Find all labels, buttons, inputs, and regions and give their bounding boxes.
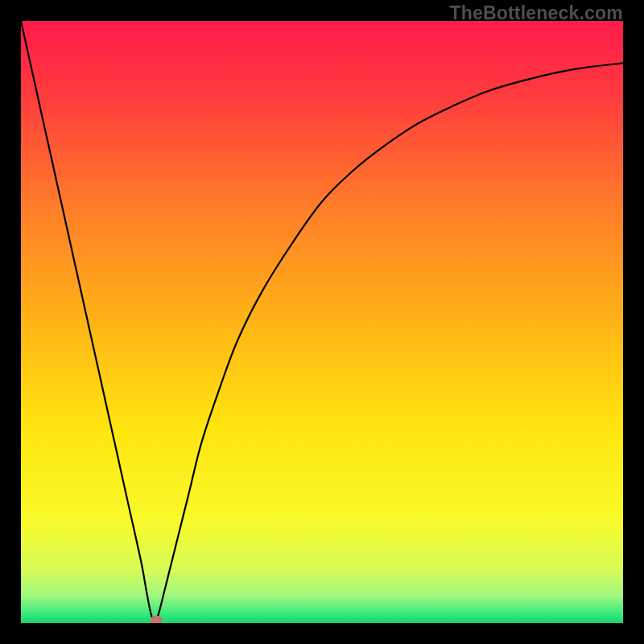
- bottleneck-curve: [21, 21, 623, 623]
- watermark-text: TheBottleneck.com: [449, 2, 623, 24]
- chart-frame: TheBottleneck.com: [0, 0, 644, 644]
- optimum-marker: [151, 616, 162, 623]
- plot-area: [21, 21, 623, 623]
